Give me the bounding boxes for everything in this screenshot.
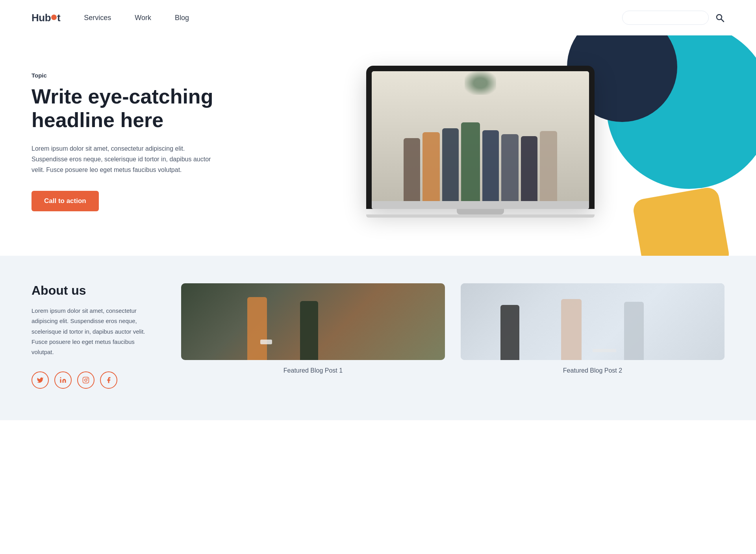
twitter-icon-button[interactable]: [32, 371, 49, 389]
main-nav: Services Work Blog: [84, 14, 622, 22]
social-icons: [32, 371, 158, 389]
svg-point-2: [60, 377, 61, 379]
blog-post-image-2: [461, 283, 724, 360]
hero-body-text: Lorem ipsum dolor sit amet, consectetur …: [32, 143, 213, 175]
twitter-icon: [37, 377, 44, 384]
about-body-text: Lorem ipsum dolor sit amet, consectetur …: [32, 306, 158, 357]
instagram-icon: [82, 377, 89, 384]
hero-content: Topic Write eye-catching headline here L…: [32, 72, 236, 211]
cta-button[interactable]: Call to action: [32, 191, 99, 211]
about-title: About us: [32, 283, 158, 298]
blog-post-card-2: Featured Blog Post 2: [461, 283, 724, 374]
search-icon: [715, 13, 724, 22]
hero-headline: Write eye-catching headline here: [32, 85, 236, 132]
laptop-screen: [372, 71, 589, 201]
about-section: About us Lorem ipsum dolor sit amet, con…: [0, 256, 756, 420]
header: Hubt Services Work Blog: [0, 0, 756, 35]
blog-post-image-1: [181, 283, 445, 360]
laptop-base: [372, 201, 589, 209]
blog-post-title-2: Featured Blog Post 2: [563, 367, 622, 374]
svg-rect-3: [83, 377, 89, 383]
linkedin-icon-button[interactable]: [54, 371, 72, 389]
logo: Hubt: [32, 12, 60, 24]
laptop-frame: [366, 66, 595, 209]
instagram-icon-button[interactable]: [77, 371, 94, 389]
hero-image-wrap: [236, 66, 724, 218]
svg-point-5: [87, 379, 88, 379]
about-left: About us Lorem ipsum dolor sit amet, con…: [32, 283, 158, 389]
about-grid: About us Lorem ipsum dolor sit amet, con…: [32, 283, 724, 389]
header-right: [622, 11, 724, 25]
laptop-stand: [457, 209, 504, 214]
svg-line-1: [721, 19, 724, 22]
nav-services[interactable]: Services: [84, 14, 111, 22]
search-input[interactable]: [622, 11, 709, 25]
facebook-icon: [105, 377, 112, 384]
linkedin-icon: [59, 377, 67, 384]
about-posts: Featured Blog Post 1 Featured Blog Post …: [181, 283, 724, 374]
svg-point-4: [85, 379, 87, 381]
nav-work[interactable]: Work: [135, 14, 151, 22]
laptop-foot: [366, 214, 595, 218]
nav-blog[interactable]: Blog: [175, 14, 189, 22]
facebook-icon-button[interactable]: [100, 371, 117, 389]
hero-topic: Topic: [32, 72, 236, 79]
search-button[interactable]: [715, 13, 724, 22]
logo-spot: [51, 15, 57, 20]
blog-post-card-1: Featured Blog Post 1: [181, 283, 445, 374]
blog-post-title-1: Featured Blog Post 1: [284, 367, 343, 374]
hero-section: Topic Write eye-catching headline here L…: [0, 35, 756, 256]
